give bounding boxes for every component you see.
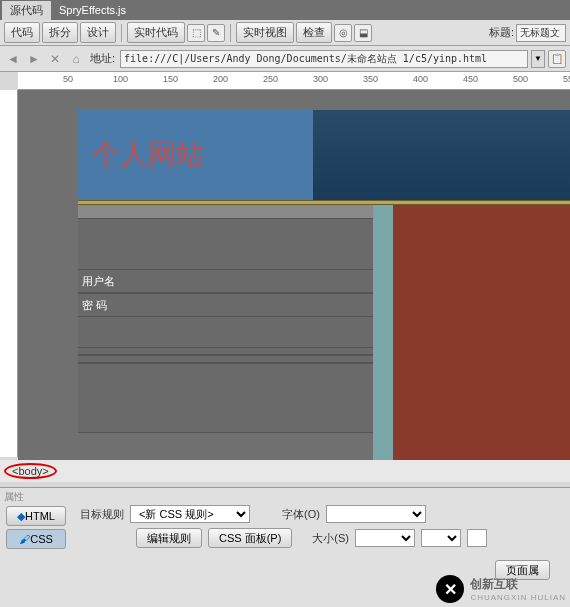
vertical-ruler: [0, 90, 18, 457]
stop-icon[interactable]: ✕: [46, 50, 64, 68]
tool-icon-1[interactable]: ⬚: [187, 24, 205, 42]
back-icon[interactable]: ◄: [4, 50, 22, 68]
size-unit-select[interactable]: [421, 529, 461, 547]
split-view-button[interactable]: 拆分: [42, 22, 78, 43]
tool-icon-3[interactable]: ◎: [334, 24, 352, 42]
home-icon[interactable]: ⌂: [67, 50, 85, 68]
separator: [230, 24, 231, 42]
banner-title-cell[interactable]: 个人网站: [78, 110, 313, 200]
css-tab[interactable]: 🖌CSS: [6, 529, 66, 549]
edit-rule-button[interactable]: 编辑规则: [136, 528, 202, 548]
tool-icon-2[interactable]: ✎: [207, 24, 225, 42]
html-tab[interactable]: ◆HTML: [6, 506, 66, 526]
live-code-button[interactable]: 实时代码: [127, 22, 185, 43]
page-body[interactable]: 个人网站 用户名 密 码: [78, 110, 570, 460]
tab-file[interactable]: SpryEffects.js: [51, 2, 134, 18]
watermark: ✕ 创新互联 CHUANGXIN HULIAN: [436, 575, 566, 603]
banner-image[interactable]: [313, 110, 570, 200]
title-input[interactable]: [516, 24, 566, 42]
address-input[interactable]: [120, 50, 528, 68]
watermark-sub: CHUANGXIN HULIAN: [470, 593, 566, 602]
horizontal-ruler: 50 100 150 200 250 300 350 400 450 500 5…: [18, 72, 570, 90]
target-rule-label: 目标规则: [80, 507, 124, 522]
browse-icon[interactable]: 📋: [548, 50, 566, 68]
separator: [121, 24, 122, 42]
right-column[interactable]: [393, 205, 570, 460]
font-label: 字体(O): [282, 507, 320, 522]
address-toolbar: ◄ ► ✕ ⌂ 地址: ▼ 📋: [0, 46, 570, 72]
font-select[interactable]: [326, 505, 426, 523]
size-select[interactable]: [355, 529, 415, 547]
username-row[interactable]: 用户名: [78, 269, 373, 293]
body-tag-selector[interactable]: <body>: [4, 463, 57, 479]
left-column[interactable]: 用户名 密 码: [78, 205, 373, 460]
size-label: 大小(S): [312, 531, 349, 546]
inspect-button[interactable]: 检查: [296, 22, 332, 43]
code-view-button[interactable]: 代码: [4, 22, 40, 43]
watermark-logo-icon: ✕: [436, 575, 464, 603]
target-rule-select[interactable]: <新 CSS 规则>: [130, 505, 250, 523]
design-canvas[interactable]: 个人网站 用户名 密 码: [18, 90, 570, 460]
color-swatch[interactable]: [467, 529, 487, 547]
view-toolbar: 代码 拆分 设计 实时代码 ⬚ ✎ 实时视图 检查 ◎ ⬓ 标题:: [0, 20, 570, 46]
forward-icon[interactable]: ►: [25, 50, 43, 68]
design-view-button[interactable]: 设计: [80, 22, 116, 43]
address-dropdown-icon[interactable]: ▼: [531, 50, 545, 68]
watermark-text: 创新互联: [470, 576, 566, 593]
live-view-button[interactable]: 实时视图: [236, 22, 294, 43]
password-row[interactable]: 密 码: [78, 293, 373, 317]
address-label: 地址:: [90, 51, 115, 66]
tool-icon-4[interactable]: ⬓: [354, 24, 372, 42]
css-panel-button[interactable]: CSS 面板(P): [208, 528, 292, 548]
header-banner[interactable]: 个人网站: [78, 110, 570, 200]
tag-selector-bar: <body>: [0, 460, 570, 482]
site-title: 个人网站: [92, 136, 204, 174]
title-label: 标题:: [489, 25, 514, 40]
tab-source[interactable]: 源代码: [2, 1, 51, 20]
mid-column: [373, 205, 393, 460]
document-tabs: 源代码 SpryEffects.js: [0, 0, 570, 20]
panel-title: 属性: [4, 490, 24, 504]
